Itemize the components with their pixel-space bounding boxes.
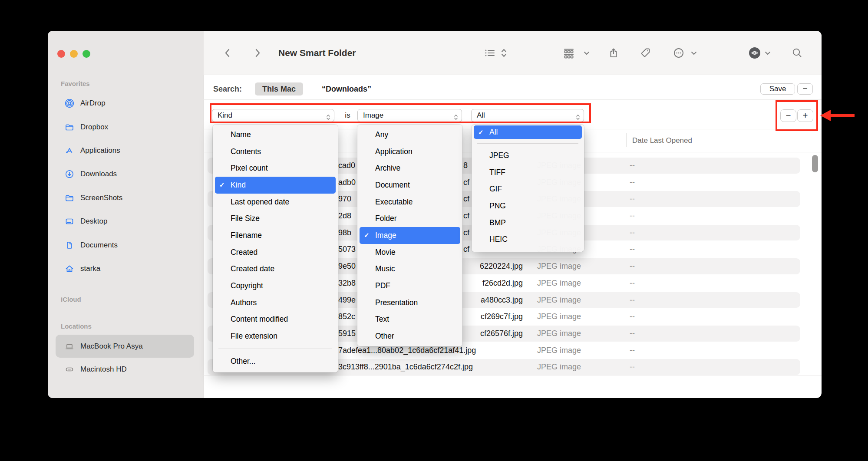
menu-item[interactable]: Executable [360, 194, 460, 211]
menu-item[interactable]: Text [360, 311, 460, 328]
file-kind: JPEG image [537, 275, 581, 292]
menu-item[interactable] [474, 139, 582, 147]
menu-item[interactable]: ✓ Kind [215, 177, 336, 194]
menu-item-label: GIF [489, 184, 502, 194]
more-options-icon[interactable] [673, 47, 684, 59]
minimize-window-button[interactable] [70, 50, 78, 58]
file-date-last-opened: -- [630, 258, 635, 275]
file-date-last-opened: -- [630, 308, 635, 325]
file-row[interactable]: 3c913ff8...2901ba_1c6da6cf274c2f.jpg JPE… [48, 359, 822, 375]
chevron-down-icon[interactable] [690, 47, 698, 59]
menu-item-label: Content modified [231, 315, 288, 324]
file-date-last-opened: -- [630, 157, 635, 174]
view-eye-icon[interactable] [749, 47, 760, 59]
menu-item[interactable]: BMP [474, 214, 582, 231]
airdrop-icon [65, 99, 74, 108]
menu-item[interactable]: JPEG [474, 147, 582, 164]
file-kind: JPEG image [537, 308, 581, 325]
collapse-search-button[interactable]: − [797, 83, 813, 95]
menu-item[interactable]: Content modified [215, 311, 336, 328]
forward-button[interactable] [252, 47, 263, 59]
menu-item[interactable]: Application [360, 143, 460, 160]
file-kind: JPEG image [537, 292, 581, 309]
kind-menu: Any Application Archive Document [357, 125, 462, 346]
menu-item[interactable]: Other... [215, 353, 336, 370]
menu-item[interactable]: ✓ All [474, 125, 582, 139]
scope-this-mac-button[interactable]: This Mac [255, 82, 303, 95]
sidebar-item-dropbox[interactable]: Dropbox [56, 115, 194, 138]
menu-item[interactable]: Created date [215, 261, 336, 278]
menu-item[interactable]: File Size [215, 210, 336, 227]
menu-item[interactable]: Other [360, 328, 460, 345]
menu-item[interactable]: PNG [474, 198, 582, 214]
menu-item[interactable]: Name [215, 126, 336, 143]
menu-item-label: Executable [375, 198, 413, 207]
menu-item-label: File Size [231, 214, 260, 223]
file-date-last-opened: -- [630, 207, 635, 224]
menu-item[interactable]: File extension [215, 328, 336, 345]
appstore-icon [65, 146, 74, 155]
share-icon[interactable] [608, 47, 619, 59]
column-divider [626, 133, 627, 147]
tag-icon[interactable] [640, 47, 651, 59]
menu-item[interactable]: Music [360, 261, 460, 278]
menu-item[interactable]: Last opened date [215, 194, 336, 211]
file-kind: JPEG image [537, 359, 581, 375]
menu-item[interactable]: Filename [215, 227, 336, 244]
file-name: f26cd2d.jpg [482, 275, 523, 292]
menu-item-label: PDF [375, 281, 390, 290]
file-name-fragment: cad0 [338, 157, 355, 174]
menu-item[interactable]: Archive [360, 160, 460, 177]
menu-item-label: Other... [231, 357, 255, 366]
menu-item[interactable]: Movie [360, 244, 460, 261]
menu-item[interactable]: Presentation [360, 294, 460, 311]
menu-item[interactable] [215, 345, 336, 353]
list-view-icon[interactable] [484, 47, 495, 59]
menu-item[interactable]: Pixel count [215, 160, 336, 177]
file-name-fragment: 499e [338, 292, 356, 309]
menu-item[interactable]: Authors [215, 294, 336, 311]
file-name-fragment: 98b [338, 224, 351, 241]
menu-item[interactable]: Any [360, 126, 460, 143]
subtype-menu: ✓ All JPEG TIFF [472, 125, 584, 252]
chevron-down-icon[interactable] [764, 47, 772, 59]
menu-item-label: HEIC [489, 235, 508, 244]
scrollbar-thumb[interactable] [812, 155, 818, 172]
column-header-date-last-opened[interactable]: Date Last Opened [632, 129, 692, 152]
menu-item-label: Created [231, 248, 257, 257]
file-name: cf26576f.jpg [480, 325, 523, 342]
menu-item[interactable]: Contents [215, 143, 336, 160]
menu-item[interactable]: ✓ Image [360, 227, 460, 244]
file-date-last-opened: -- [630, 325, 635, 342]
search-scope-label: Search: [213, 82, 242, 95]
menu-item[interactable]: Folder [360, 210, 460, 227]
chevron-left-icon [222, 47, 233, 59]
menu-item[interactable]: Copyright [215, 277, 336, 294]
menu-item-label: File extension [231, 332, 277, 341]
group-by-icon[interactable] [563, 47, 574, 59]
favorites-section-label: Favorites [48, 79, 204, 88]
back-button[interactable] [222, 47, 233, 59]
sidebar-item-label: Dropbox [80, 123, 108, 132]
menu-item-label: Presentation [375, 298, 418, 307]
file-name-fragment: 9e50 [338, 258, 356, 275]
sidebar-item-airdrop[interactable]: AirDrop [56, 92, 194, 115]
sort-chevrons-icon[interactable] [500, 47, 507, 59]
menu-item-label: Kind [231, 181, 246, 190]
chevron-down-icon[interactable] [583, 47, 591, 59]
zoom-window-button[interactable] [83, 50, 90, 58]
search-query-text[interactable]: “Downloads” [322, 82, 371, 95]
file-name: cf [463, 207, 469, 224]
menu-item[interactable]: Created [215, 244, 336, 261]
search-icon[interactable] [792, 47, 803, 59]
checkmark-icon: ✓ [218, 181, 231, 189]
menu-item[interactable]: PDF [360, 277, 460, 294]
menu-item[interactable]: HEIC [474, 231, 582, 248]
close-window-button[interactable] [57, 50, 65, 58]
menu-item[interactable]: GIF [474, 181, 582, 198]
menu-item[interactable]: TIFF [474, 164, 582, 181]
save-button[interactable]: Save [760, 83, 795, 95]
menu-item[interactable]: Document [360, 177, 460, 194]
annotation-box-add-remove [776, 100, 818, 131]
chevron-right-icon [252, 47, 263, 59]
